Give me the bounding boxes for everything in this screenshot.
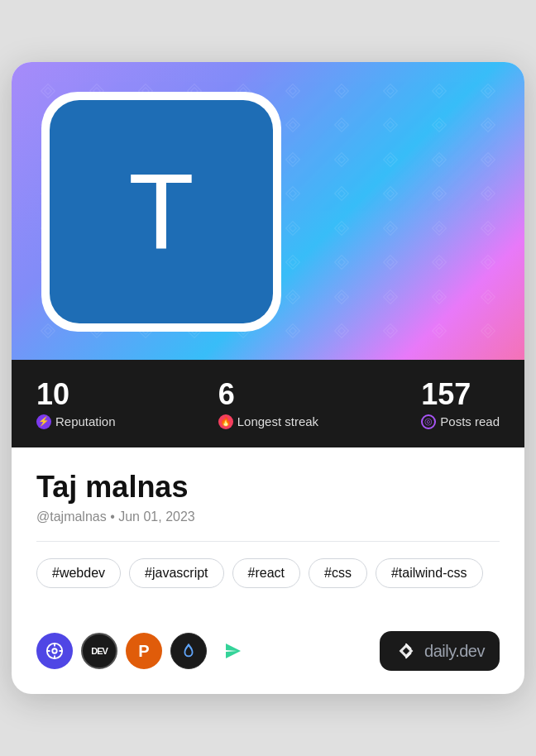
tag-react[interactable]: #react [232,558,300,588]
avatar: T [50,100,273,323]
profile-card: T 10 ⚡ Reputation 6 🔥 Longest streak 157… [12,62,524,694]
daily-dev-text: daily.dev [424,642,485,661]
producthunt-icon[interactable]: P [126,633,162,669]
avatar-letter: T [128,158,194,266]
hashnode-icon[interactable] [170,633,207,669]
reputation-label: Reputation [55,414,116,428]
svg-marker-6 [226,644,241,658]
profile-header: T [12,62,524,360]
meta-separator: • [110,510,118,524]
tag-css[interactable]: #css [309,558,367,588]
tag-tailwind[interactable]: #tailwind-css [376,558,483,588]
streak-label-row: 🔥 Longest streak [218,414,318,429]
profile-name: Taj malnas [36,471,500,504]
daily-dev-icon [395,639,418,663]
stats-bar: 10 ⚡ Reputation 6 🔥 Longest streak 157 ◎… [12,360,524,447]
footer-section: DEV P [12,631,524,694]
stat-reputation: 10 ⚡ Reputation [36,378,116,429]
reputation-value: 10 [36,378,69,411]
reputation-icon: ⚡ [36,414,51,429]
profile-meta: @tajmalnas • Jun 01, 2023 [36,510,500,524]
tag-webdev[interactable]: #webdev [36,558,121,588]
svg-point-5 [52,648,57,653]
avatar-wrapper: T [41,92,281,332]
profile-section: Taj malnas @tajmalnas • Jun 01, 2023 #we… [12,447,524,632]
profile-handle: @tajmalnas [36,510,107,524]
posts-value: 157 [421,378,471,411]
posts-icon: ◎ [421,414,436,429]
stat-posts: 157 ◎ Posts read [421,378,500,429]
posts-label: Posts read [440,414,500,428]
stat-streak: 6 🔥 Longest streak [218,378,318,429]
send-icon[interactable] [215,633,251,669]
daily-text-dev: .dev [455,642,485,660]
divider [36,541,500,542]
posts-label-row: ◎ Posts read [421,414,500,429]
profile-joined: Jun 01, 2023 [118,510,195,524]
streak-label: Longest streak [237,414,318,428]
tags-section: #webdev #javascript #react #css #tailwin… [36,558,500,588]
crosshair-icon[interactable] [36,633,73,669]
daily-dev-badge[interactable]: daily.dev [380,631,500,671]
reputation-label-row: ⚡ Reputation [36,414,116,429]
daily-text-daily: daily [424,642,455,660]
social-icons: DEV P [36,633,251,669]
streak-value: 6 [218,378,235,411]
tag-javascript[interactable]: #javascript [129,558,223,588]
streak-icon: 🔥 [218,414,233,429]
dev-icon[interactable]: DEV [81,633,117,669]
